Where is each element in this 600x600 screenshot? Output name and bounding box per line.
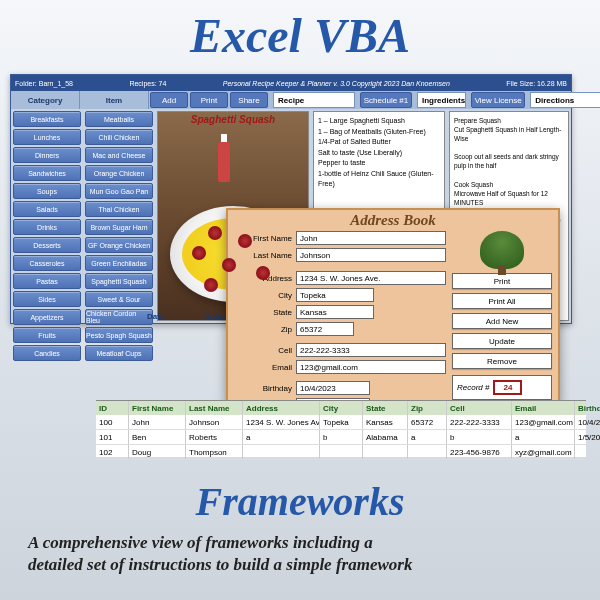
category-button[interactable]: Fruits	[13, 327, 81, 343]
address-field[interactable]: 1234 S. W. Jones Ave.	[296, 271, 446, 285]
email-field[interactable]: 123@gmail.com	[296, 360, 446, 374]
date-label: Date	[147, 312, 164, 321]
item-button[interactable]: Green Enchiladas	[85, 255, 153, 271]
item-button[interactable]: Spaghetti Squash	[85, 273, 153, 289]
firstname-field[interactable]: John	[296, 231, 446, 245]
item-button[interactable]: Meatballs	[85, 111, 153, 127]
view-license-button[interactable]: View License	[471, 92, 525, 108]
address-book-form: Address Book First NameJohn Last NameJoh…	[226, 208, 560, 404]
item-button[interactable]: Mac and Cheese	[85, 147, 153, 163]
table-cell: 1/5/2023	[575, 430, 600, 444]
table-header-cell: Birthday	[575, 401, 600, 415]
table-header-cell: Address	[243, 401, 320, 415]
cell-field[interactable]: 222-222-3333	[296, 343, 446, 357]
item-button[interactable]: Chili Chicken	[85, 129, 153, 145]
records-table: IDFirst NameLast NameAddressCityStateZip…	[96, 400, 586, 457]
table-cell: 65372	[408, 415, 447, 429]
cell-label: Cell	[234, 346, 296, 355]
category-button[interactable]: Casseroles	[13, 255, 81, 271]
printall-button[interactable]: Print All	[452, 293, 552, 309]
zip-label: Zip	[234, 325, 296, 334]
table-cell: 123@gmail.com	[512, 415, 575, 429]
state-label: State	[234, 308, 296, 317]
category-button[interactable]: Lunches	[13, 129, 81, 145]
directions-header: Directions	[530, 92, 600, 108]
app-titlebar: Folder: Barn_1_58 Recipes: 74 Personal R…	[11, 75, 571, 91]
recipe-name: Spaghetti Squash	[158, 114, 308, 125]
addnew-button[interactable]: Add New	[452, 313, 552, 329]
table-cell: Ben	[129, 430, 186, 444]
table-cell: 222-222-3333	[447, 415, 512, 429]
table-cell: John	[129, 415, 186, 429]
table-cell: 102	[96, 445, 129, 459]
item-button[interactable]: Pesto Spagh Squash	[85, 327, 153, 343]
category-button[interactable]: Dinners	[13, 147, 81, 163]
table-cell: 1234 S. W. Jones Ave.	[243, 415, 320, 429]
recipes-count: Recipes: 74	[129, 80, 166, 87]
print-button[interactable]: Print	[190, 92, 228, 108]
category-list: BreakfastsLunchesDinnersSandwichesSoupsS…	[11, 109, 83, 323]
state-field[interactable]: Kansas	[296, 305, 374, 319]
table-cell	[320, 445, 363, 459]
update-button[interactable]: Update	[452, 333, 552, 349]
category-button[interactable]: Candies	[13, 345, 81, 361]
item-button[interactable]: Brown Sugar Ham	[85, 219, 153, 235]
table-cell: b	[447, 430, 512, 444]
table-header-cell: City	[320, 401, 363, 415]
ingredient-line: 1/4-Pat of Salted Butter	[318, 137, 440, 148]
item-button[interactable]: Chicken Cordon Bleu	[85, 309, 153, 325]
item-button[interactable]: GF Orange Chicken	[85, 237, 153, 253]
table-cell: 223-456-9876	[447, 445, 512, 459]
print-button[interactable]: Print	[452, 273, 552, 289]
table-header-cell: Email	[512, 401, 575, 415]
share-button[interactable]: Share	[230, 92, 268, 108]
table-header-cell: State	[363, 401, 408, 415]
table-cell	[408, 445, 447, 459]
table-cell	[243, 445, 320, 459]
item-button[interactable]: Mun Goo Gao Pan	[85, 183, 153, 199]
page-title: Excel VBA	[0, 0, 600, 63]
city-field[interactable]: Topeka	[296, 288, 374, 302]
table-cell	[363, 445, 408, 459]
item-button[interactable]: Sweet & Sour	[85, 291, 153, 307]
item-header: Item	[80, 91, 149, 109]
item-button[interactable]: Orange Chicken	[85, 165, 153, 181]
subtitle: Frameworks	[0, 478, 600, 525]
category-button[interactable]: Salads	[13, 201, 81, 217]
category-button[interactable]: Soups	[13, 183, 81, 199]
lastname-field[interactable]: Johnson	[296, 248, 446, 262]
category-button[interactable]: Sides	[13, 291, 81, 307]
email-label: Email	[234, 363, 296, 372]
lastname-label: Last Name	[234, 251, 296, 260]
app-title: Personal Recipe Keeper & Planner v. 3.0 …	[223, 80, 450, 87]
item-button[interactable]: Thai Chicken	[85, 201, 153, 217]
direction-line	[454, 143, 564, 152]
category-button[interactable]: Appetizers	[13, 309, 81, 325]
category-button[interactable]: Desserts	[13, 237, 81, 253]
birthday-field[interactable]: 10/4/2023	[296, 381, 370, 395]
table-cell: 100	[96, 415, 129, 429]
table-cell: Doug	[129, 445, 186, 459]
table-header-cell: Zip	[408, 401, 447, 415]
remove-button[interactable]: Remove	[452, 353, 552, 369]
zip-field[interactable]: 65372	[296, 322, 354, 336]
item-button[interactable]: Meatloaf Cups	[85, 345, 153, 361]
table-cell: Kansas	[363, 415, 408, 429]
tagline-2: detailed set of instructions to build a …	[28, 554, 572, 576]
category-button[interactable]: Sandwiches	[13, 165, 81, 181]
add-button[interactable]: Add	[150, 92, 188, 108]
table-cell	[575, 445, 600, 459]
category-button[interactable]: Pastas	[13, 273, 81, 289]
schedule-button[interactable]: Schedule #1	[360, 92, 412, 108]
table-cell: xyz@gmail.com	[512, 445, 575, 459]
ingredient-line: 1 – Bag of Meatballs (Gluten-Free)	[318, 127, 440, 138]
category-button[interactable]: Drinks	[13, 219, 81, 235]
category-button[interactable]: Breakfasts	[13, 111, 81, 127]
birthday-label: Birthday	[234, 384, 296, 393]
ingredient-line: Pepper to taste	[318, 158, 440, 169]
address-book-title: Address Book	[228, 210, 558, 231]
table-header-cell: First Name	[129, 401, 186, 415]
table-cell: b	[320, 430, 363, 444]
table-header-cell: Last Name	[186, 401, 243, 415]
table-cell: Roberts	[186, 430, 243, 444]
